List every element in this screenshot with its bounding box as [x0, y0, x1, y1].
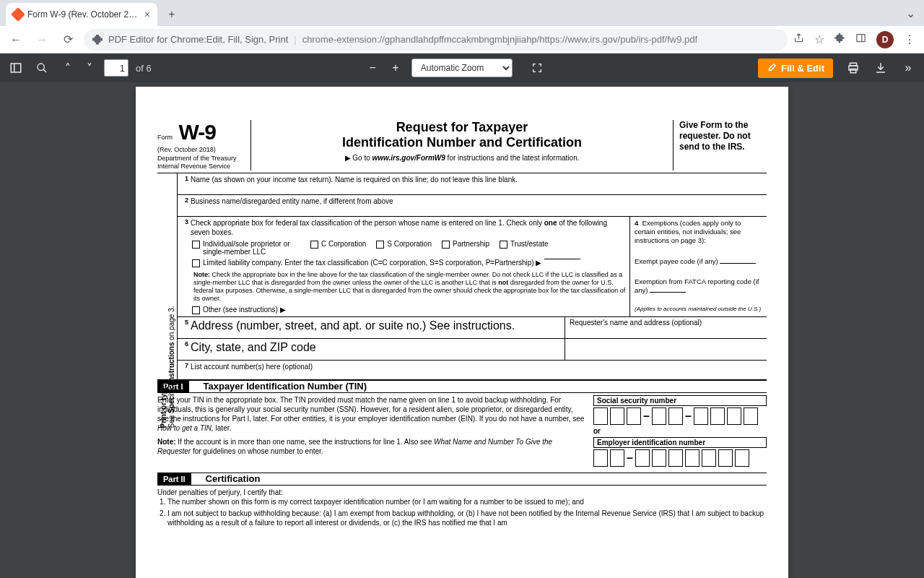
panel-icon[interactable] [855, 33, 866, 46]
pdf-viewer[interactable]: Form W-9 (Rev. October 2018) Department … [0, 82, 924, 578]
page-total: of 6 [136, 63, 152, 74]
zoom-in-icon[interactable]: + [388, 61, 403, 75]
ein-input[interactable]: – [593, 449, 767, 467]
zoom-out-icon[interactable]: − [365, 61, 380, 75]
checkbox-c-corp[interactable] [310, 241, 318, 249]
address-bar: ← → ⟳ PDF Editor for Chrome:Edit, Fill, … [0, 26, 924, 53]
form-number: W-9 [178, 120, 215, 144]
form-title-1: Request for Taxpayer [258, 120, 666, 135]
browser-tab[interactable]: Form W-9 (Rev. October 2018) × [6, 3, 157, 26]
tab-strip: Form W-9 (Rev. October 2018) × + ⌄ [0, 0, 924, 26]
ssn-label: Social security number [593, 395, 767, 406]
page-number-input[interactable] [104, 59, 128, 77]
row-1[interactable]: 1Name (as shown on your income tax retur… [178, 173, 767, 195]
fatca-input[interactable] [650, 292, 686, 293]
checkbox-trust[interactable] [500, 241, 507, 249]
page-down-icon[interactable]: ˅ [82, 61, 97, 75]
tin-section: Enter your TIN in the appropriate box. T… [157, 393, 767, 467]
row-5: 5Address (number, street, and apt. or su… [178, 317, 767, 339]
profile-avatar[interactable]: D [876, 31, 894, 48]
search-icon[interactable] [35, 61, 49, 75]
tab-title: Form W-9 (Rev. October 2018) [27, 9, 140, 20]
checkbox-llc[interactable] [192, 259, 200, 267]
checkbox-other[interactable] [192, 306, 200, 314]
close-icon[interactable]: × [144, 9, 150, 20]
more-icon[interactable]: » [901, 61, 915, 75]
extensions-icon[interactable] [834, 33, 845, 46]
svg-line-5 [43, 69, 46, 72]
forward-button[interactable]: → [32, 30, 52, 50]
ein-label: Employer identification number [593, 437, 767, 448]
llc-note: Note: Check the appropriate box in the l… [178, 270, 629, 306]
row-6[interactable]: 6City, state, and ZIP code [178, 339, 767, 361]
svg-point-4 [38, 64, 44, 70]
zoom-select[interactable]: Automatic Zoom [411, 59, 513, 77]
form-dept: Department of the Treasury Internal Reve… [157, 155, 245, 171]
checkbox-individual[interactable] [192, 241, 200, 249]
download-icon[interactable] [873, 61, 888, 75]
ssn-input[interactable]: – – [593, 407, 767, 425]
part-1-header: Part I Taxpayer Identification Number (T… [157, 380, 767, 393]
pdf-page: Form W-9 (Rev. October 2018) Department … [136, 87, 788, 578]
form-title-2: Identification Number and Certification [258, 135, 666, 150]
checkbox-s-corp[interactable] [376, 241, 384, 249]
back-button[interactable]: ← [6, 30, 26, 50]
print-icon[interactable] [846, 61, 860, 75]
certification-text: Under penalties of perjury, I certify th… [157, 486, 767, 528]
give-form-notice: Give Form to the requester. Do not send … [673, 120, 767, 171]
address-field[interactable]: PDF Editor for Chrome:Edit, Fill, Sign, … [84, 29, 788, 51]
svg-rect-2 [11, 64, 21, 72]
form-body: Print or type.See Specific Instructions … [157, 173, 767, 380]
share-icon[interactable] [793, 33, 804, 46]
form-header: Form W-9 (Rev. October 2018) Department … [157, 120, 767, 173]
checkbox-partnership[interactable] [442, 241, 450, 249]
fullscreen-icon[interactable] [530, 61, 544, 75]
row-3-4: 3Check appropriate box for federal tax c… [178, 217, 767, 317]
tab-dropdown-icon[interactable]: ⌄ [906, 7, 915, 20]
url-text: chrome-extension://gphandlahdpffmccakmbn… [302, 34, 698, 45]
sideways-label: Print or type.See Specific Instructions … [157, 173, 178, 379]
new-tab-button[interactable]: + [162, 4, 182, 25]
favicon-icon [11, 7, 25, 22]
form-goto: ▶ Go to www.irs.gov/FormW9 for instructi… [258, 154, 666, 162]
row-2[interactable]: 2Business name/disregarded entity name, … [178, 195, 767, 217]
reload-button[interactable]: ⟳ [58, 30, 78, 50]
form-revision: (Rev. October 2018) [157, 146, 245, 153]
menu-icon[interactable]: ⋮ [904, 33, 915, 46]
extension-name: PDF Editor for Chrome:Edit, Fill, Sign, … [108, 34, 288, 45]
sidebar-toggle-icon[interactable] [9, 61, 23, 75]
page-up-icon[interactable]: ˄ [61, 61, 75, 75]
svg-rect-0 [857, 35, 865, 42]
form-word: Form [157, 134, 173, 141]
browser-chrome: Form W-9 (Rev. October 2018) × + ⌄ ← → ⟳… [0, 0, 924, 53]
fill-edit-button[interactable]: Fill & Edit [758, 59, 833, 78]
extension-icon [92, 35, 103, 45]
llc-class-input[interactable] [544, 259, 580, 259]
part-2-header: Part II Certification [157, 473, 767, 486]
row-7[interactable]: 7List account number(s) here (optional) [178, 361, 767, 379]
exempt-payee-input[interactable] [720, 263, 756, 264]
pdf-toolbar: ˄ ˅ of 6 − + Automatic Zoom Fill & Edit … [0, 53, 924, 82]
bookmark-icon[interactable]: ☆ [814, 33, 824, 46]
